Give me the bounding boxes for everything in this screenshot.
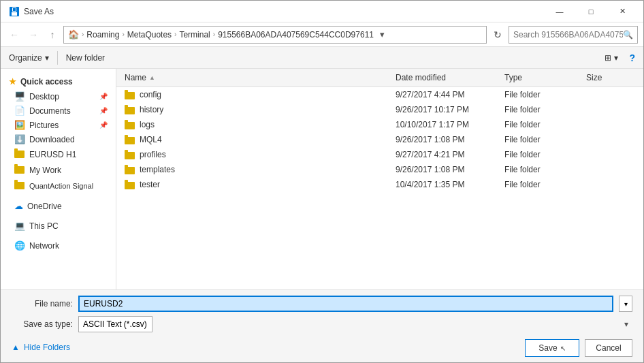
sidebar-item-documents[interactable]: 📄 Documents 📌: [1, 104, 116, 118]
search-input[interactable]: [513, 30, 623, 40]
file-cell-type: File folder: [502, 178, 583, 191]
search-box: 🔍: [509, 26, 638, 44]
svg-rect-21: [125, 167, 135, 174]
svg-rect-7: [14, 166, 25, 174]
file-cell-type: File folder: [502, 89, 583, 101]
view-button[interactable]: ⊞ ▾: [602, 52, 621, 64]
pictures-icon: 🖼️: [14, 120, 25, 130]
forward-button[interactable]: →: [25, 27, 42, 43]
sidebar-item-thispc[interactable]: 💻 This PC: [1, 219, 116, 233]
svg-rect-22: [125, 165, 128, 168]
folder-icon: [125, 150, 135, 159]
cancel-button[interactable]: Cancel: [585, 339, 632, 357]
sidebar-item-downloaded[interactable]: ⬇️ Downloaded: [1, 132, 116, 146]
breadcrumb-item-id[interactable]: 915566BA06ADA407569C544CC0D97611: [218, 30, 374, 40]
svg-rect-8: [14, 164, 18, 167]
up-button[interactable]: ↑: [44, 27, 61, 43]
file-cell-size: [583, 153, 638, 156]
save-button[interactable]: Save ↖: [525, 339, 579, 357]
main-content: ★ Quick access 🖥️ Desktop 📌 📄 Documents …: [1, 69, 643, 289]
quick-access-icon: ★: [9, 77, 16, 86]
filename-label: File name:: [12, 299, 73, 309]
file-cell-size: [583, 108, 638, 111]
navbar: ← → ↑ 🏠 › Roaming › MetaQuotes › Termina…: [1, 22, 643, 47]
svg-rect-9: [14, 182, 25, 189]
table-row[interactable]: config 9/27/2017 4:44 PM File folder: [116, 87, 643, 102]
file-cell-name: tester: [122, 178, 393, 191]
svg-rect-13: [125, 107, 135, 114]
sidebar-item-my-work[interactable]: My Work: [1, 162, 116, 178]
breadcrumb-dropdown-button[interactable]: ▾: [376, 26, 389, 44]
savetype-label: Save as type:: [12, 319, 73, 329]
table-row[interactable]: profiles 9/27/2017 4:21 PM File folder: [116, 147, 643, 162]
table-row[interactable]: history 9/26/2017 10:17 PM File folder: [116, 102, 643, 117]
file-cell-date: 10/10/2017 1:17 PM: [393, 119, 502, 131]
svg-rect-1: [12, 12, 17, 16]
savetype-select[interactable]: ASCII Text (*.csv): [78, 316, 152, 332]
filename-input[interactable]: [78, 296, 613, 312]
file-cell-date: 9/27/2017 4:21 PM: [393, 148, 502, 161]
breadcrumb-item-terminal[interactable]: Terminal: [179, 30, 210, 40]
file-cell-date: 9/26/2017 1:08 PM: [393, 133, 502, 146]
sidebar-item-quantaction[interactable]: QuantAction Signal: [1, 178, 116, 193]
onedrive-icon: ☁: [14, 201, 23, 211]
network-icon: 🌐: [14, 240, 25, 251]
svg-rect-17: [125, 137, 135, 144]
new-folder-button[interactable]: New folder: [63, 52, 108, 64]
close-button[interactable]: ✕: [607, 1, 638, 22]
col-size[interactable]: Size: [583, 72, 638, 84]
breadcrumb-item-roaming[interactable]: Roaming: [86, 30, 119, 40]
folder-icon: [125, 180, 135, 189]
file-cell-type: File folder: [502, 119, 583, 131]
action-buttons: Save ↖ Cancel: [525, 339, 632, 357]
maximize-button[interactable]: □: [575, 1, 607, 22]
titlebar: Save As — □ ✕: [1, 1, 643, 22]
col-date[interactable]: Date modified: [393, 72, 502, 84]
svg-rect-19: [125, 152, 135, 159]
file-cell-name: MQL4: [122, 133, 393, 146]
folder-icon: [125, 90, 135, 99]
hide-folders-toggle[interactable]: ▲ Hide Folders: [12, 340, 70, 353]
file-list-header: Name ▲ Date modified Type Size: [116, 69, 643, 87]
organize-button[interactable]: Organize ▾: [6, 52, 52, 64]
file-cell-type: File folder: [502, 163, 583, 176]
table-row[interactable]: templates 9/26/2017 1:08 PM File folder: [116, 162, 643, 177]
toolbar-separator: [57, 51, 58, 65]
svg-rect-10: [14, 180, 18, 183]
table-row[interactable]: tester 10/4/2017 1:35 PM File folder: [116, 177, 643, 192]
table-row[interactable]: MQL4 9/26/2017 1:08 PM File folder: [116, 132, 643, 147]
file-cell-date: 9/27/2017 4:44 PM: [393, 89, 502, 101]
desktop-icon: 🖥️: [14, 91, 25, 101]
file-cell-type: File folder: [502, 148, 583, 161]
folder-icon: [125, 135, 135, 144]
filename-dropdown-btn[interactable]: ▾: [619, 296, 632, 312]
file-cell-date: 9/26/2017 1:08 PM: [393, 163, 502, 176]
breadcrumb-item-metaquotes[interactable]: MetaQuotes: [127, 30, 172, 40]
savetype-row: Save as type: ASCII Text (*.csv): [12, 316, 632, 332]
file-list-area: Name ▲ Date modified Type Size: [116, 69, 643, 289]
file-cell-name: logs: [122, 119, 393, 131]
sidebar-item-pictures[interactable]: 🖼️ Pictures 📌: [1, 118, 116, 132]
file-cell-name: templates: [122, 163, 393, 176]
table-row[interactable]: logs 10/10/2017 1:17 PM File folder: [116, 117, 643, 132]
sidebar-item-eurusd-h1[interactable]: EURUSD H1: [1, 146, 116, 162]
file-cell-size: [583, 138, 638, 141]
col-name[interactable]: Name ▲: [122, 72, 393, 84]
sidebar-divider-2: [1, 213, 116, 219]
minimize-button[interactable]: —: [544, 1, 575, 22]
help-button[interactable]: ?: [626, 51, 638, 65]
file-list-scroll: config 9/27/2017 4:44 PM File folder his…: [116, 87, 643, 289]
back-button[interactable]: ←: [6, 27, 22, 43]
organize-label: Organize: [9, 53, 42, 63]
col-type[interactable]: Type: [502, 72, 583, 84]
sidebar-item-network[interactable]: 🌐 Network: [1, 238, 116, 253]
file-cell-date: 10/4/2017 1:35 PM: [393, 178, 502, 191]
sidebar-item-onedrive[interactable]: ☁ OneDrive: [1, 199, 116, 213]
sidebar-divider-3: [1, 233, 116, 238]
filename-row: File name: ▾: [12, 296, 632, 312]
refresh-button[interactable]: ↻: [489, 27, 506, 43]
sidebar-item-desktop[interactable]: 🖥️ Desktop 📌: [1, 89, 116, 104]
sidebar: ★ Quick access 🖥️ Desktop 📌 📄 Documents …: [1, 69, 116, 289]
eurusd-h1-icon: [14, 148, 25, 160]
folder-icon: [125, 165, 135, 174]
